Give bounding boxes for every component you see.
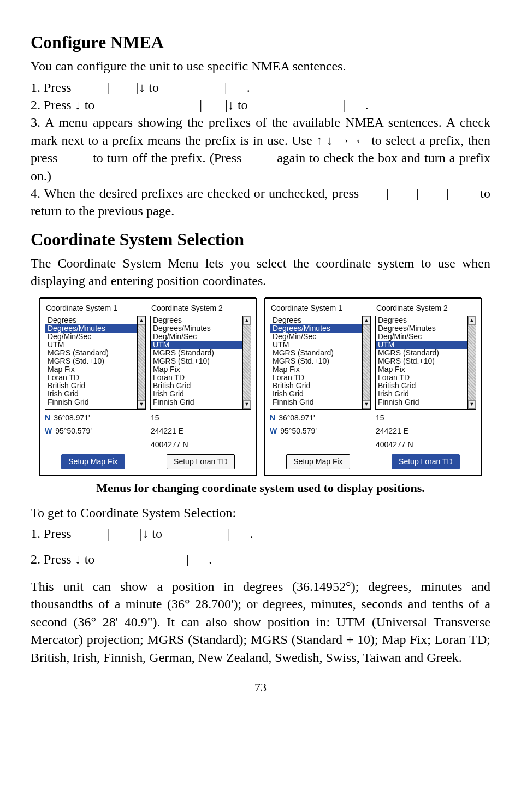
list-item[interactable]: Degrees [151,316,242,324]
screenshots-row: Coordinate System 1DegreesDegrees/Minute… [31,298,490,476]
east-readout: 244221 E [151,426,251,436]
list-item[interactable]: MGRS (Std.+10) [45,357,137,365]
screenshot-left: Coordinate System 1DegreesDegrees/Minute… [39,298,257,476]
list-item[interactable]: Loran TD [151,374,242,382]
list-item[interactable]: Loran TD [270,374,362,382]
step-3: 3. A menu appears showing the prefixes o… [31,114,490,185]
list-item[interactable]: MGRS (Std.+10) [270,357,362,365]
list-item[interactable]: UTM [45,341,137,349]
coord-listbox[interactable]: DegreesDegrees/MinutesDeg/Min/SecUTMMGRS… [150,316,251,410]
list-item[interactable]: Degrees/Minutes [376,324,467,333]
coord-step-2: 2. Press ↓ to | . [31,550,490,568]
lon-readout: W95°50.579' [45,426,145,436]
list-item[interactable]: Deg/Min/Sec [151,333,242,341]
list-item[interactable]: Degrees/Minutes [45,324,137,333]
scrollbar[interactable]: ▲▼ [467,316,476,409]
list-item[interactable]: MGRS (Std.+10) [151,357,242,365]
list-item[interactable]: MGRS (Standard) [376,349,467,357]
list-item[interactable]: Map Fix [270,365,362,374]
scroll-down-icon[interactable]: ▼ [468,400,476,409]
list-item[interactable]: Irish Grid [151,390,242,398]
zone-readout: 15 [376,413,476,423]
list-item[interactable]: UTM [376,341,467,349]
setup-map-fix-button[interactable]: Setup Map Fix [61,454,125,469]
coord-listbox[interactable]: DegreesDegrees/MinutesDeg/Min/SecUTMMGRS… [375,316,476,410]
setup-loran-td-button[interactable]: Setup Loran TD [167,454,235,469]
scroll-up-icon[interactable]: ▲ [468,316,476,325]
scroll-up-icon[interactable]: ▲ [138,316,145,325]
step-4: 4. When the desired prefixes are checked… [31,185,490,220]
north-readout: 4004277 N [376,440,476,450]
list-item[interactable]: Deg/Min/Sec [45,333,137,341]
screenshot-right: Coordinate System 1DegreesDegrees/Minute… [264,298,482,476]
list-item[interactable]: British Grid [151,382,242,390]
page: Configure NMEA You can configure the uni… [0,0,521,812]
lat-readout: N36°08.971' [45,413,145,423]
scrollbar[interactable]: ▲▼ [137,316,145,409]
nmea-steps: 1. Press | |↓ to | . 2. Press ↓ to | |↓ … [31,79,490,220]
step-2: 2. Press ↓ to | |↓ to | . [31,96,490,114]
east-readout: 244221 E [376,426,476,436]
list-item[interactable]: Finnish Grid [45,398,137,406]
list-item[interactable]: Irish Grid [376,390,467,398]
list-item[interactable]: British Grid [45,382,137,390]
north-readout: 4004277 N [151,440,251,450]
list-item[interactable]: Degrees [376,316,467,324]
scroll-down-icon[interactable]: ▼ [243,400,251,409]
list-item[interactable]: Finnish Grid [376,398,467,406]
page-number: 73 [31,679,490,696]
step-1: 1. Press | |↓ to | . [31,79,490,96]
list-item[interactable]: British Grid [270,382,362,390]
scroll-track[interactable] [363,325,370,400]
heading-configure-nmea: Configure NMEA [31,31,490,54]
list-item[interactable]: Degrees [45,316,137,324]
coord-listbox[interactable]: DegreesDegrees/MinutesDeg/Min/SecUTMMGRS… [270,316,371,410]
col2-title: Coordinate System 2 [376,303,476,313]
list-item[interactable]: Irish Grid [45,390,137,398]
scroll-down-icon[interactable]: ▼ [363,400,370,409]
col2-title: Coordinate System 2 [151,303,251,313]
scroll-up-icon[interactable]: ▲ [243,316,251,325]
heading-coord-sys: Coordinate System Selection [31,228,490,251]
col1-title: Coordinate System 1 [46,303,146,313]
lon-readout: W95°50.579' [270,426,370,436]
list-item[interactable]: UTM [151,341,242,349]
scroll-track[interactable] [243,325,251,400]
col1-title: Coordinate System 1 [271,303,371,313]
scrollbar[interactable]: ▲▼ [362,316,370,409]
list-item[interactable]: Finnish Grid [270,398,362,406]
list-item[interactable]: British Grid [376,382,467,390]
scroll-track[interactable] [138,325,145,400]
howto-intro: To get to Coordinate System Selection: [31,504,490,521]
list-item[interactable]: Loran TD [376,374,467,382]
coord-listbox[interactable]: DegreesDegrees/MinutesDeg/Min/SecUTMMGRS… [45,316,146,410]
list-item[interactable]: Deg/Min/Sec [270,333,362,341]
list-item[interactable]: MGRS (Std.+10) [376,357,467,365]
lat-readout: N36°08.971' [270,413,370,423]
intro-nmea: You can configure the unit to use specif… [31,57,490,75]
intro-coord: The Coordinate System Menu lets you sele… [31,254,490,290]
list-item[interactable]: MGRS (Standard) [270,349,362,357]
list-item[interactable]: Loran TD [45,374,137,382]
list-item[interactable]: Deg/Min/Sec [376,333,467,341]
scroll-up-icon[interactable]: ▲ [363,316,370,325]
setup-map-fix-button[interactable]: Setup Map Fix [286,454,350,469]
list-item[interactable]: Degrees/Minutes [151,324,242,333]
coord-step-1: 1. Press | |↓ to | . [31,525,490,542]
list-item[interactable]: Finnish Grid [151,398,242,406]
list-item[interactable]: MGRS (Standard) [151,349,242,357]
list-item[interactable]: MGRS (Standard) [45,349,137,357]
list-item[interactable]: Degrees [270,316,362,324]
list-item[interactable]: Map Fix [45,365,137,374]
formats-paragraph: This unit can show a position in degrees… [31,578,490,666]
list-item[interactable]: Map Fix [376,365,467,374]
setup-loran-td-button[interactable]: Setup Loran TD [392,454,460,469]
list-item[interactable]: Degrees/Minutes [270,324,362,333]
scroll-down-icon[interactable]: ▼ [138,400,145,409]
zone-readout: 15 [151,413,251,423]
list-item[interactable]: Map Fix [151,365,242,374]
list-item[interactable]: UTM [270,341,362,349]
scroll-track[interactable] [468,325,476,400]
list-item[interactable]: Irish Grid [270,390,362,398]
scrollbar[interactable]: ▲▼ [242,316,251,409]
